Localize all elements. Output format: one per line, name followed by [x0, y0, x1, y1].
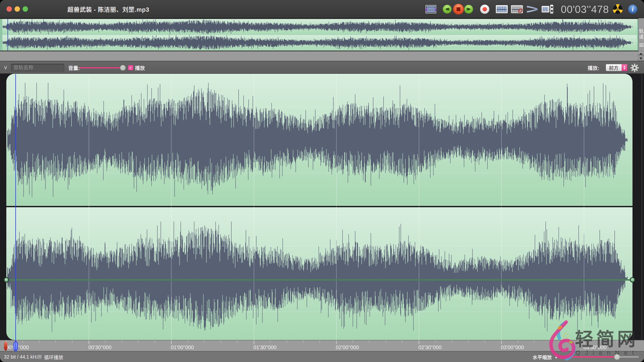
track-name-input[interactable] [11, 64, 64, 71]
amplitude-gridline [6, 107, 632, 107]
play-checkbox-label: 播放 [135, 61, 145, 74]
volume-envelope-line[interactable] [6, 279, 632, 281]
waveform-tool-button[interactable] [496, 0, 508, 18]
time-gridline [501, 74, 502, 340]
ruler-tick [138, 340, 138, 343]
ruler-tick [56, 340, 56, 343]
track-wave-panel[interactable] [6, 74, 632, 340]
amplitude-gridline [6, 173, 632, 173]
title-bar: 超兽武装 - 陈洁丽、刘罡.mp3 [0, 0, 644, 18]
marker-bar-icon [550, 4, 553, 14]
ruler-tick [122, 340, 122, 343]
ruler-tick [501, 340, 502, 344]
info-button[interactable]: i [628, 0, 638, 18]
info-icon: i [628, 4, 637, 14]
volume-slider-thumb[interactable] [120, 65, 126, 71]
horizontal-zoom-label: 水平缩放 [533, 352, 552, 362]
time-gridline [419, 74, 419, 340]
main-waveform-canvas[interactable] [6, 74, 632, 340]
tracks-side-tab[interactable]: 轨道 [638, 18, 644, 51]
burn-icon [612, 4, 623, 14]
zoom-stepper[interactable] [553, 352, 557, 362]
waveform-disabled-icon [511, 5, 523, 13]
stepper-arrows-icon [555, 355, 557, 359]
envelope-handle-right[interactable] [630, 277, 635, 283]
time-display: 00'03''478 [561, 0, 609, 18]
ruler-tick [105, 340, 106, 343]
play-checkbox[interactable]: ✓ [128, 65, 133, 70]
ruler-tick [204, 340, 204, 343]
check-icon: ✓ [129, 65, 132, 70]
fast-forward-button[interactable] [464, 0, 473, 18]
time-gridline [584, 74, 584, 340]
time-gridline [336, 74, 336, 340]
scroll-down-button[interactable] [638, 56, 644, 61]
ruler-label: 03'30''000 [584, 345, 606, 351]
scroll-up-button[interactable] [638, 51, 644, 56]
ruler-tick [518, 340, 518, 343]
loop-label: 循环播放 [44, 352, 63, 362]
volume-label: 音量: [68, 61, 80, 74]
ruler-tick [468, 340, 468, 343]
ruler-label: 03'00''000 [501, 345, 524, 351]
playback-direction-popup[interactable]: 前方 [606, 64, 628, 71]
horizontal-zoom-thumb[interactable] [614, 354, 620, 360]
fit-window-button[interactable] [425, 0, 436, 18]
ruler-label: 02'00''000 [336, 345, 359, 351]
record-button[interactable] [480, 0, 490, 18]
amplitude-gridline [6, 246, 632, 246]
time-gridline [254, 74, 254, 340]
ruler-tick [171, 340, 172, 344]
zoom-window-button[interactable] [22, 6, 28, 12]
playhead-line[interactable] [15, 74, 16, 351]
popup-stepper-icon [622, 64, 627, 71]
stop-button[interactable] [453, 0, 464, 18]
app-window: 超兽武装 - 陈洁丽、刘罡.mp3 [0, 0, 644, 362]
playback-label: 播放: [588, 61, 599, 74]
gear-icon[interactable] [630, 63, 639, 72]
ruler-tick [402, 340, 402, 343]
ruler-tick [336, 340, 336, 344]
arrow-up-icon [639, 53, 643, 55]
ruler-tick [320, 340, 320, 343]
chevron-down-icon[interactable]: ∨ [4, 64, 8, 71]
fast-forward-icon [464, 5, 473, 13]
mix-waves-button[interactable] [526, 0, 538, 18]
time-gridline [171, 74, 172, 340]
envelope-handle-left[interactable] [4, 277, 9, 283]
ruler-label: 01'30''000 [254, 345, 276, 351]
ruler-label: 00'30''000 [88, 345, 112, 351]
ruler-tick [485, 340, 485, 343]
overview-panel [0, 18, 638, 51]
ruler-tick [254, 340, 254, 344]
overview-waveform[interactable] [2, 19, 637, 50]
rewind-button[interactable] [442, 0, 452, 18]
audio-format-label: 32 bit / 44.1 kHz [4, 352, 39, 362]
close-window-button[interactable] [6, 6, 12, 12]
fit-window-icon [426, 5, 436, 13]
mix-waves-icon [526, 5, 538, 13]
overview-waveform-canvas[interactable] [2, 19, 637, 50]
minimize-window-button[interactable] [14, 6, 20, 12]
horizontal-zoom-slider[interactable] [559, 356, 639, 358]
ruler-tick [287, 340, 287, 343]
record-icon [480, 4, 489, 14]
ruler-tick [22, 340, 23, 343]
track-menu-icon[interactable] [640, 43, 644, 47]
burn-button[interactable] [612, 0, 623, 18]
waveform-disabled-button[interactable] [511, 0, 523, 18]
ruler-tick [584, 340, 584, 344]
timeline-ruler[interactable]: 00'00''00000'30''00001'00''00001'30''000… [0, 340, 644, 351]
ruler-tick [617, 340, 617, 343]
waveform-edit-button[interactable] [541, 0, 554, 18]
volume-slider[interactable] [79, 67, 125, 68]
track-header: ∨ 音量: ✓ 播放 播放: 前方 [0, 61, 644, 74]
stop-icon [453, 4, 464, 14]
overview-spacer-strip [0, 51, 644, 61]
ruler-tick [39, 340, 39, 343]
overview-playhead[interactable] [8, 19, 8, 50]
ruler-tick [419, 340, 419, 344]
loop-checkbox[interactable] [37, 352, 42, 362]
playback-direction-value: 前方 [606, 64, 622, 71]
ruler-tick [600, 340, 600, 343]
